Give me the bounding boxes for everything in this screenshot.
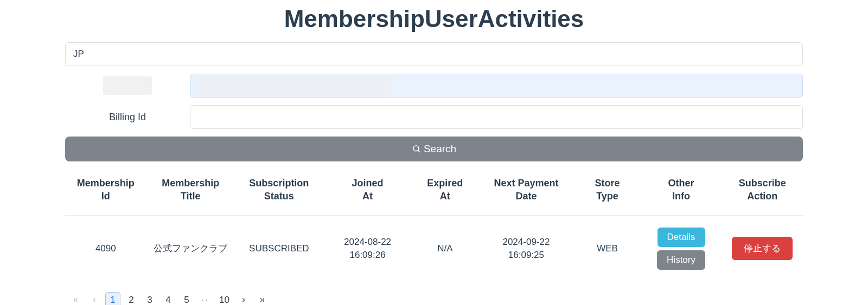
search-icon [412, 144, 422, 154]
col-membership-id: MembershipId [65, 166, 146, 215]
col-membership-title: MembershipTitle [146, 166, 235, 215]
cell-subscription-status: SUBSCRIBED [235, 215, 323, 282]
page-next-button[interactable] [236, 292, 251, 305]
pagination: 1 2 3 4 5 ·· 10 [65, 282, 803, 305]
filter-row-redacted [65, 74, 803, 98]
page-10[interactable]: 10 [216, 292, 233, 305]
chevron-last-icon [258, 296, 266, 304]
page-4[interactable]: 4 [161, 292, 176, 305]
details-button[interactable]: Details [658, 228, 705, 247]
redacted-content [200, 76, 390, 95]
page-1[interactable]: 1 [105, 292, 120, 305]
cell-joined-at: 2024-08-2216:09:26 [323, 215, 412, 282]
svg-point-0 [413, 146, 419, 151]
billing-id-input[interactable] [190, 105, 803, 129]
cell-membership-id: 4090 [65, 215, 146, 282]
redacted-label [103, 76, 152, 95]
chevron-right-icon [240, 296, 247, 304]
country-input[interactable] [65, 42, 803, 66]
billing-id-label: Billing Id [65, 112, 190, 123]
page-prev-button[interactable] [87, 292, 102, 305]
chevron-first-icon [72, 296, 80, 304]
col-subscription-status: SubscriptionStatus [235, 166, 323, 215]
activities-table: MembershipId MembershipTitle Subscriptio… [65, 166, 803, 282]
col-joined-at: JoinedAt [323, 166, 412, 215]
cell-membership-title: 公式ファンクラブ [146, 215, 235, 282]
col-expired-at: ExpiredAt [412, 166, 478, 215]
svg-line-1 [418, 150, 420, 152]
cell-other-info: Details History [641, 215, 722, 282]
page-title: MembershipUserActivities [65, 5, 803, 33]
page-2[interactable]: 2 [124, 292, 139, 305]
table-row: 4090 公式ファンクラブ SUBSCRIBED 2024-08-2216:09… [65, 215, 803, 282]
col-next-payment-date: Next PaymentDate [478, 166, 575, 215]
search-button-label: Search [424, 143, 456, 155]
col-store-type: StoreType [574, 166, 640, 215]
col-subscribe-action: SubscribeAction [722, 166, 803, 215]
cell-store-type: WEB [574, 215, 640, 282]
cell-expired-at: N/A [412, 215, 478, 282]
redacted-input[interactable] [190, 74, 803, 98]
filter-row-billing: Billing Id [65, 105, 803, 129]
search-button[interactable]: Search [65, 137, 803, 161]
page-last-button[interactable] [254, 292, 270, 305]
cell-subscribe-action: 停止する [722, 215, 803, 282]
chevron-left-icon [91, 296, 98, 304]
table-header-row: MembershipId MembershipTitle Subscriptio… [65, 166, 803, 215]
cell-next-payment-date: 2024-09-2216:09:25 [478, 215, 575, 282]
redacted-label-wrap [65, 76, 190, 95]
history-button[interactable]: History [657, 250, 705, 270]
page-5[interactable]: 5 [179, 292, 194, 305]
stop-button[interactable]: 停止する [732, 237, 793, 260]
page-first-button[interactable] [68, 292, 84, 305]
filter-row-country [65, 42, 803, 66]
page-3[interactable]: 3 [142, 292, 157, 305]
page-ellipsis: ·· [197, 292, 213, 305]
col-other-info: OtherInfo [641, 166, 722, 215]
